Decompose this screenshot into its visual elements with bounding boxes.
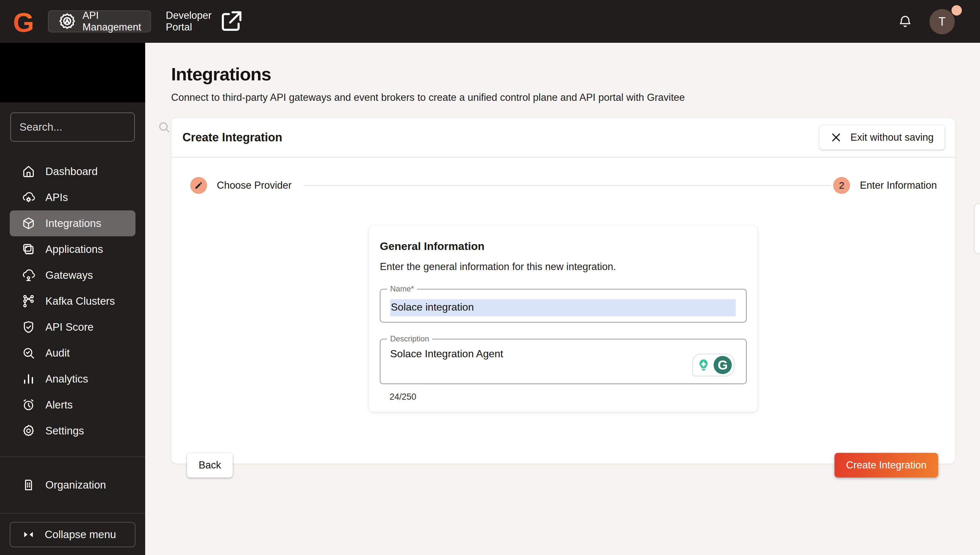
- close-icon: [830, 132, 842, 143]
- sidebar-item-applications[interactable]: Applications: [10, 236, 136, 262]
- network-nodes-icon: [21, 294, 36, 308]
- step-2-label[interactable]: Enter Information: [860, 180, 937, 191]
- page-title: Integrations: [171, 64, 955, 85]
- avatar-status-badge: [951, 5, 962, 16]
- alarm-clock-icon: [21, 398, 36, 412]
- pencil-icon: [194, 181, 203, 190]
- sidebar-item-audit[interactable]: Audit: [10, 340, 136, 366]
- home-icon: [21, 164, 36, 179]
- sidebar-item-label: Audit: [45, 347, 70, 359]
- sidebar-item-label: APIs: [45, 191, 68, 204]
- sidebar-item-kafka-clusters[interactable]: Kafka Clusters: [10, 288, 136, 314]
- sidebar-item-label: API Score: [45, 321, 94, 333]
- sidebar: Dashboard APIs Integrations Applicatio: [0, 43, 145, 555]
- step-1-label[interactable]: Choose Provider: [217, 180, 291, 191]
- sidebar-item-organization[interactable]: Organization: [10, 472, 136, 498]
- create-integration-card: Create Integration Exit without saving C…: [171, 118, 955, 464]
- sidebar-item-label: Applications: [45, 243, 103, 255]
- sidebar-item-alerts[interactable]: Alerts: [10, 392, 136, 418]
- sidebar-item-label: Gateways: [45, 269, 93, 281]
- general-information-panel: General Information Enter the general in…: [369, 226, 757, 412]
- scrollbar-thumb[interactable]: [975, 204, 980, 253]
- avatar[interactable]: T: [929, 9, 955, 34]
- sidebar-item-label: Integrations: [45, 217, 101, 229]
- wizard-footer: Back Create Integration: [171, 453, 955, 478]
- grammarly-widget[interactable]: G: [692, 354, 734, 376]
- cube-icon: [21, 216, 36, 231]
- external-link-icon: [217, 7, 246, 36]
- sidebar-logo-placeholder: [0, 43, 145, 103]
- app-switcher-label: API Management: [83, 10, 141, 33]
- search-input[interactable]: [19, 121, 157, 133]
- search-check-icon: [21, 346, 36, 360]
- sidebar-item-analytics[interactable]: Analytics: [10, 366, 136, 392]
- char-counter: 24/250: [389, 392, 747, 402]
- apps-icon: [21, 242, 36, 257]
- cloud-node-icon: [21, 268, 36, 282]
- back-button[interactable]: Back: [187, 453, 233, 478]
- sidebar-item-label: Organization: [45, 479, 106, 491]
- gear-badge-icon: [58, 12, 77, 31]
- sidebar-item-apis[interactable]: APIs: [10, 184, 136, 210]
- gear-icon: [21, 424, 36, 438]
- collapse-menu-button[interactable]: Collapse menu: [10, 522, 136, 547]
- sidebar-item-label: Alerts: [45, 399, 73, 411]
- name-field[interactable]: Name* Solace integration: [380, 289, 747, 322]
- step-2-indicator[interactable]: 2: [833, 177, 850, 194]
- stepper-connector-line: [303, 185, 831, 186]
- sidebar-item-api-score[interactable]: API Score: [10, 314, 136, 340]
- page-subtitle: Connect to third-party API gateways and …: [171, 92, 955, 103]
- developer-portal-link[interactable]: Developer Portal: [166, 7, 246, 36]
- search-icon: [157, 120, 171, 134]
- sidebar-item-dashboard[interactable]: Dashboard: [10, 159, 136, 184]
- app-switcher-button[interactable]: API Management: [48, 10, 151, 32]
- sidebar-item-label: Settings: [45, 425, 84, 437]
- gravitee-logo: G: [12, 8, 37, 35]
- sidebar-spacer: [0, 444, 145, 456]
- svg-text:G: G: [13, 8, 34, 35]
- main-content: Integrations Connect to third-party API …: [145, 43, 980, 555]
- form-heading: General Information: [380, 240, 747, 253]
- card-header: Create Integration Exit without saving: [171, 118, 955, 157]
- wizard-stepper: Choose Provider 2 Enter Information: [171, 157, 955, 194]
- sidebar-item-gateways[interactable]: Gateways: [10, 262, 136, 288]
- shield-check-icon: [21, 320, 36, 334]
- create-integration-button[interactable]: Create Integration: [834, 453, 938, 478]
- name-input-value[interactable]: Solace integration: [390, 299, 736, 316]
- description-input-value[interactable]: Solace Integration Agent: [390, 348, 736, 360]
- sidebar-item-integrations[interactable]: Integrations: [10, 210, 136, 236]
- step-1-indicator[interactable]: [190, 177, 207, 194]
- sidebar-item-label: Dashboard: [45, 165, 98, 178]
- collapse-section: Collapse menu: [0, 513, 145, 555]
- org-card-icon: [21, 478, 36, 492]
- sidebar-item-label: Kafka Clusters: [45, 295, 115, 307]
- exit-button-label: Exit without saving: [850, 132, 934, 143]
- grammarly-g-icon[interactable]: G: [714, 356, 732, 374]
- organization-section: Organization: [0, 456, 145, 513]
- exit-without-saving-button[interactable]: Exit without saving: [819, 125, 945, 150]
- description-field[interactable]: Description Solace Integration Agent G: [380, 339, 747, 384]
- name-field-label: Name*: [387, 284, 417, 294]
- sidebar-item-label: Analytics: [45, 373, 88, 385]
- card-title: Create Integration: [183, 131, 282, 144]
- collapse-arrows-icon: [22, 528, 35, 541]
- user-menu: T: [929, 5, 962, 38]
- topbar: G API Management Developer Portal T: [0, 0, 980, 43]
- cloud-gear-icon: [21, 190, 36, 205]
- sidebar-item-settings[interactable]: Settings: [10, 418, 136, 444]
- bar-chart-icon: [21, 372, 36, 386]
- collapse-menu-label: Collapse menu: [45, 528, 116, 541]
- sidebar-nav: Dashboard APIs Integrations Applicatio: [10, 159, 136, 444]
- sidebar-search[interactable]: [10, 112, 135, 142]
- description-field-label: Description: [387, 334, 432, 343]
- bell-icon[interactable]: [898, 13, 913, 29]
- lightbulb-suggestion-icon[interactable]: [695, 356, 712, 374]
- form-description: Enter the general information for this n…: [380, 261, 747, 273]
- developer-portal-label: Developer Portal: [166, 10, 211, 33]
